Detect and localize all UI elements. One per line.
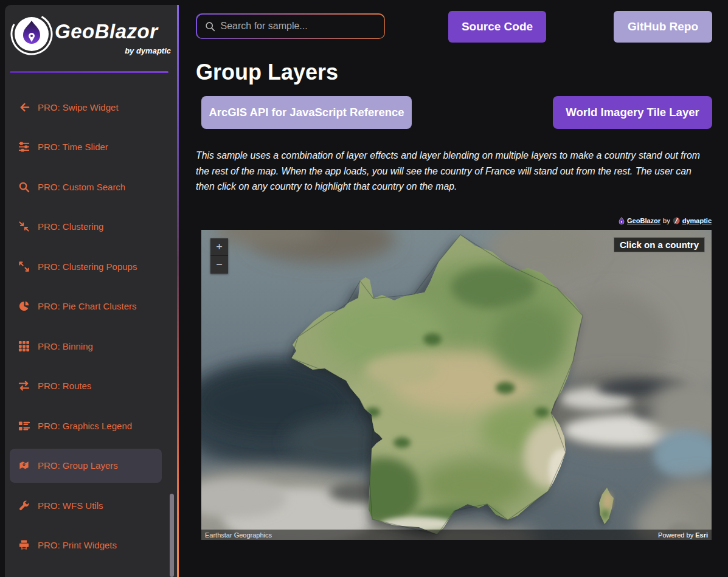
sidebar-item-clustering[interactable]: PRO: Clustering [10,210,162,244]
sidebar-item-clustering-popups[interactable]: PRO: Clustering Popups [10,249,162,283]
sidebar-item-binning[interactable]: PRO: Binning [10,329,162,363]
github-repo-button[interactable]: GitHub Repo [614,11,712,43]
group-layers-icon [18,460,30,471]
sidebar-item-swipe-widget[interactable]: PRO: Swipe Widget [10,90,162,124]
source-code-button[interactable]: Source Code [448,11,546,43]
page-title: Group Layers [196,60,338,85]
sidebar-item-custom-search[interactable]: PRO: Custom Search [10,170,162,204]
sidebar-nav: PRO: Swipe Widget PRO: Time Slider PRO: … [10,90,162,568]
dymaptic-logo-icon [673,217,680,224]
map-zoom-control: + − [210,238,228,274]
powered-by-prefix: Powered by [658,531,695,539]
geoblazor-flame-icon [619,217,625,225]
sidebar-item-time-slider[interactable]: PRO: Time Slider [10,130,162,164]
imagery-attribution-text: Earthstar Geographics [205,531,272,539]
geoblazor-logo-icon [10,12,54,56]
app-title: GeoBlazor [55,20,172,43]
sidebar-item-graphics-legend[interactable]: PRO: Graphics Legend [10,409,162,443]
sidebar-item-label: PRO: Routes [38,381,91,391]
map-instruction-badge: Click on a country [614,237,705,252]
routes-icon [18,380,30,392]
printer-icon [18,539,30,551]
sidebar-item-label: PRO: WFS Utils [38,500,103,511]
arrow-left-icon [18,102,30,113]
sidebar-item-label: PRO: Print Widgets [38,540,117,550]
sidebar-item-label: PRO: Binning [38,341,93,351]
map-attribution-bar: Earthstar Geographics Powered by Esri [201,530,712,540]
attribution-by-text: by [663,217,670,224]
dymaptic-attribution-link[interactable]: dymaptic [682,217,712,224]
sidebar-item-label: PRO: Graphics Legend [38,421,132,431]
sidebar-item-routes[interactable]: PRO: Routes [10,369,162,403]
search-input[interactable] [221,21,376,32]
cluster-expand-icon [18,261,30,272]
map-canvas[interactable]: + − Click on a country Earthstar Geograp… [201,230,712,540]
sidebar-item-label: PRO: Clustering [38,221,103,232]
legend-list-icon [18,420,30,432]
sidebar-gradient-border [177,5,179,577]
search-box [196,13,385,39]
arcgis-reference-button[interactable]: ArcGIS API for JavaScript Reference [201,96,412,129]
sidebar-scrollbar[interactable] [170,494,174,577]
zoom-in-button[interactable]: + [210,238,228,256]
sidebar-item-wfs-utils[interactable]: PRO: WFS Utils [10,488,162,522]
sidebar-item-pie-chart-clusters[interactable]: PRO: Pie Chart Clusters [10,289,162,323]
sidebar-item-label: PRO: Custom Search [38,182,125,192]
satellite-terrain [201,230,712,540]
cluster-compress-icon [18,221,30,232]
sidebar-item-group-layers[interactable]: PRO: Group Layers [10,449,162,483]
sidebar-divider [10,71,168,73]
world-imagery-button[interactable]: World Imagery Tile Layer [553,96,712,129]
sidebar-item-label: PRO: Pie Chart Clusters [38,301,137,311]
zoom-out-button[interactable]: − [210,256,228,274]
geoblazor-attribution-link[interactable]: GeoBlazor [627,217,660,224]
search-icon [18,181,30,193]
app-byline: by dymaptic [55,46,171,55]
sidebar-item-label: PRO: Group Layers [38,460,118,471]
time-slider-icon [18,141,30,153]
map-attribution-row: GeoBlazor by dymaptic [201,215,712,226]
sidebar-item-label: PRO: Swipe Widget [38,102,119,112]
pie-chart-icon [18,300,30,312]
sidebar-item-label: PRO: Clustering Popups [38,261,137,272]
esri-brand-text: Esri [695,531,708,539]
sidebar-item-label: PRO: Time Slider [38,142,108,152]
powered-by-esri-text: Powered by Esri [658,531,708,539]
sample-description: This sample uses a combination of layer … [196,148,712,195]
search-icon [205,21,215,32]
binning-grid-icon [18,340,30,352]
sidebar-item-print-widgets[interactable]: PRO: Print Widgets [10,528,162,562]
wrench-icon [18,500,30,511]
